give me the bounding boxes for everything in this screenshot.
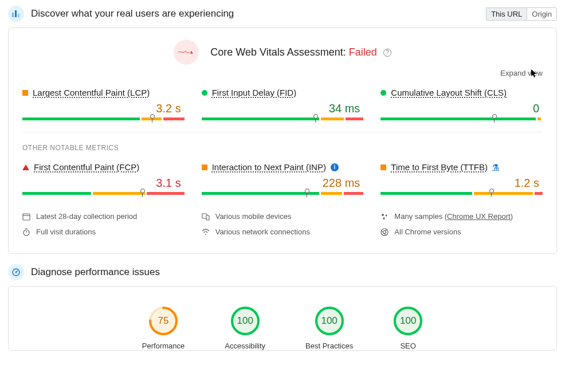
timer-icon	[22, 228, 30, 236]
percentile-marker	[491, 190, 492, 197]
distribution-bar	[380, 117, 543, 120]
svg-rect-10	[206, 215, 209, 220]
percentile-marker	[152, 115, 152, 123]
chrome-icon	[380, 228, 389, 236]
svg-point-13	[386, 214, 387, 216]
percentile-marker	[494, 115, 495, 123]
help-icon[interactable]: ?	[383, 49, 391, 57]
network-connections: Various network connections	[202, 228, 364, 236]
calendar-icon	[22, 213, 30, 221]
metric-name-link[interactable]: First Contentful Paint (FCP)	[34, 162, 139, 172]
metric-other-0: First Contentful Paint (FCP) 3.1 s	[22, 162, 185, 195]
distribution-bar	[202, 117, 364, 120]
square-icon	[202, 164, 207, 170]
square-icon	[22, 90, 28, 96]
svg-point-22	[15, 272, 17, 273]
svg-rect-1	[15, 10, 17, 17]
other-metrics-label: OTHER NOTABLE METRICS	[22, 144, 543, 152]
visit-durations: Full visit durations	[22, 228, 185, 236]
metric-name-link[interactable]: Cumulative Layout Shift (CLS)	[391, 88, 507, 97]
data-source-footer: Latest 28-day collection period Full vis…	[22, 212, 543, 243]
crux-report-link[interactable]: Chrome UX Report	[447, 212, 511, 221]
this-url-button[interactable]: This URL	[486, 7, 527, 21]
discover-header: Discover what your real users are experi…	[8, 6, 557, 22]
gauge-performance[interactable]: 75 Performance	[142, 306, 185, 350]
lighthouse-card: 75 Performance 100 Accessibility 100 Bes…	[8, 286, 557, 351]
svg-point-12	[382, 214, 384, 216]
circle-icon	[380, 90, 386, 96]
diagnose-header: Diagnose performance issues	[8, 264, 557, 280]
metric-name-link[interactable]: First Input Delay (FID)	[212, 88, 297, 97]
cwv-status: Failed	[349, 46, 377, 58]
flask-icon[interactable]: ⚗	[492, 163, 499, 171]
metric-value: 3.2 s	[22, 102, 185, 115]
metric-value: 228 ms	[202, 177, 364, 190]
metric-value: 3.1 s	[22, 177, 185, 190]
gauge-accessibility[interactable]: 100 Accessibility	[225, 306, 265, 350]
metric-name-link[interactable]: Largest Contentful Paint (LCP)	[33, 88, 150, 97]
chrome-versions: All Chrome versions	[380, 228, 543, 236]
percentile-marker	[315, 115, 316, 123]
diagnose-title: Diagnose performance issues	[31, 266, 557, 278]
divider	[22, 132, 543, 132]
gauge-seo[interactable]: 100 SEO	[393, 306, 423, 350]
cwv-header: Core Web Vitals Assessment: Failed ?	[22, 40, 543, 65]
other-metrics-row: First Contentful Paint (FCP) 3.1 s Inter…	[22, 162, 543, 195]
footer-col-1: Latest 28-day collection period Full vis…	[22, 212, 185, 243]
triangle-icon	[22, 164, 29, 170]
core-metrics-row: Largest Contentful Paint (LCP) 3.2 s Fir…	[22, 88, 543, 120]
cwv-title: Core Web Vitals Assessment: Failed ?	[210, 46, 391, 58]
gauge-best practices[interactable]: 100 Best Practices	[305, 306, 353, 350]
gauge-label: Accessibility	[225, 342, 265, 350]
distribution-bar	[22, 117, 185, 120]
wifi-icon	[202, 228, 210, 236]
cwv-title-prefix: Core Web Vitals Assessment:	[210, 46, 348, 58]
gauge-value: 100	[393, 306, 423, 336]
gauges-row: 75 Performance 100 Accessibility 100 Bes…	[22, 306, 543, 350]
diagnose-icon	[8, 264, 24, 280]
metric-name-link[interactable]: Time to First Byte (TTFB)	[391, 162, 488, 172]
cwv-fail-icon	[174, 40, 199, 65]
footer-col-3: Many samples (Chrome UX Report) All Chro…	[380, 212, 543, 243]
expand-view-link[interactable]: Expand view	[500, 69, 543, 77]
distribution-bar	[380, 192, 543, 195]
field-data-card: Core Web Vitals Assessment: Failed ? Exp…	[8, 28, 557, 254]
metric-value: 0	[380, 102, 543, 115]
gauge-value: 75	[148, 306, 178, 336]
gauge-value: 100	[315, 306, 344, 336]
svg-marker-3	[190, 50, 194, 54]
percentile-marker	[142, 190, 143, 197]
svg-line-17	[384, 230, 387, 231]
discover-icon	[8, 6, 24, 22]
svg-rect-2	[18, 14, 19, 17]
gauge-label: Best Practices	[305, 342, 353, 350]
metric-value: 1.2 s	[380, 177, 543, 190]
percentile-marker	[307, 190, 307, 197]
gauge-value: 100	[230, 306, 260, 336]
metric-value: 34 ms	[202, 102, 364, 115]
svg-point-14	[383, 217, 386, 219]
info-icon[interactable]: i	[331, 163, 339, 171]
footer-col-2: Various mobile devices Various network c…	[202, 212, 364, 243]
samples-icon	[380, 213, 389, 221]
metric-other-2: Time to First Byte (TTFB) ⚗ 1.2 s	[380, 162, 543, 195]
samples-info: Many samples (Chrome UX Report)	[380, 212, 543, 221]
gauge-label: Performance	[142, 342, 185, 350]
expand-row: Expand view	[22, 68, 543, 77]
svg-point-11	[205, 234, 206, 235]
discover-title: Discover what your real users are experi…	[31, 8, 486, 19]
mobile-devices: Various mobile devices	[202, 212, 364, 221]
svg-rect-4	[23, 214, 30, 220]
circle-icon	[202, 90, 207, 96]
devices-icon	[202, 213, 210, 221]
distribution-bar	[202, 192, 364, 195]
gauge-label: SEO	[400, 342, 415, 350]
svg-rect-0	[12, 13, 14, 17]
metric-top-1: First Input Delay (FID) 34 ms	[202, 88, 364, 120]
metric-top-2: Cumulative Layout Shift (CLS) 0	[380, 88, 543, 120]
metric-top-0: Largest Contentful Paint (LCP) 3.2 s	[22, 88, 185, 120]
square-icon	[380, 164, 386, 170]
metric-name-link[interactable]: Interaction to Next Paint (INP)	[212, 162, 326, 172]
collection-period: Latest 28-day collection period	[22, 212, 185, 221]
origin-button[interactable]: Origin	[527, 7, 557, 21]
